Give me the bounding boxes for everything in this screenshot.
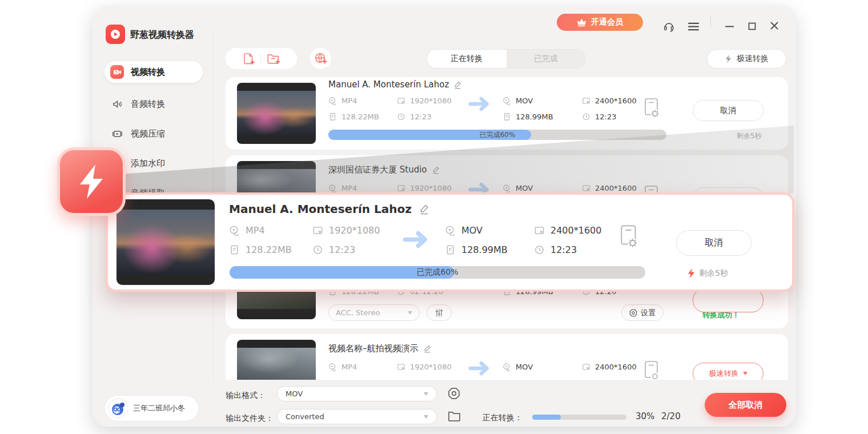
conversion-tabs: 正在转换 已完成 — [427, 49, 586, 69]
magnified-row-callout: Manuel A. Monteserín Lahoz MP4 1920*1080… — [106, 192, 794, 292]
open-folder-icon[interactable] — [448, 410, 461, 422]
media-format-icon — [229, 225, 240, 236]
equalizer-icon — [435, 308, 444, 318]
app-stage: 野葱视频转换器 视频转换 音频转换 — [0, 0, 868, 434]
output-settings-icon[interactable] — [644, 98, 659, 119]
time-remaining: 剩余5秒 — [687, 268, 728, 279]
dropdown-arrow-icon — [424, 392, 428, 396]
file-size-icon — [445, 244, 456, 255]
user-account[interactable]: 三年二班邱小冬 — [105, 395, 199, 421]
duration-icon — [534, 244, 545, 255]
media-format-icon — [328, 97, 337, 105]
add-files-group — [226, 48, 297, 69]
time-remaining: 剩余5秒 — [737, 131, 762, 141]
fast-convert-badge — [57, 147, 126, 216]
resolution-icon — [534, 225, 545, 236]
file-title: Manuel A. Monteserín Lahoz — [328, 79, 462, 90]
video-thumbnail — [237, 83, 316, 144]
arrow-right-icon — [468, 96, 492, 112]
play-logo-icon — [110, 29, 121, 40]
support-headset-icon[interactable] — [662, 20, 675, 33]
menu-icon[interactable] — [688, 22, 700, 31]
minimize-icon[interactable] — [725, 26, 734, 27]
progress-count: 2/20 — [661, 411, 681, 421]
dropdown-arrow-icon — [408, 311, 412, 315]
add-group-separator — [260, 54, 261, 63]
lightning-icon — [77, 163, 106, 200]
row-action-button[interactable] — [693, 288, 763, 312]
app-title: 野葱视频转换器 — [130, 29, 194, 41]
audio-format-select[interactable]: ACC, Stereo — [328, 304, 420, 321]
cancel-all-button[interactable]: 全部取消 — [705, 393, 786, 417]
duration-icon — [397, 112, 405, 121]
global-progress-bar — [532, 415, 626, 420]
app-logo — [106, 25, 125, 44]
dropdown-arrow-icon — [743, 372, 748, 375]
file-title: 深圳国信证券大厦 Studio — [328, 164, 440, 175]
output-folder-select[interactable]: Converted — [277, 409, 437, 424]
add-folder-button[interactable] — [267, 53, 280, 65]
avatar — [108, 398, 128, 419]
resolution-icon — [397, 97, 405, 105]
fast-convert-label: 极速转换 — [737, 54, 769, 64]
add-url-button[interactable] — [310, 48, 331, 69]
media-format-icon — [445, 225, 456, 236]
output-settings-icon[interactable] — [620, 224, 637, 250]
media-format-icon — [503, 184, 511, 192]
resolution-icon — [312, 225, 323, 236]
gear-icon — [629, 309, 637, 317]
close-icon[interactable] — [770, 21, 779, 30]
file-size-icon — [503, 112, 511, 121]
edit-icon[interactable] — [419, 203, 430, 215]
add-file-button[interactable] — [243, 53, 255, 65]
format-settings-gear-icon[interactable] — [448, 387, 460, 400]
edit-icon[interactable] — [423, 344, 432, 353]
lightning-icon — [687, 268, 696, 279]
fast-convert-button[interactable]: 极速转换 — [707, 49, 786, 69]
cancel-button[interactable]: 取消 — [693, 100, 763, 121]
row-progress-bar: 已完成60% — [328, 130, 666, 140]
membership-label: 开通会员 — [591, 17, 623, 27]
media-format-icon — [328, 184, 337, 192]
settings-button[interactable]: 设置 — [621, 304, 664, 321]
duration-icon — [582, 112, 590, 121]
crown-icon — [577, 18, 586, 27]
video-compress-icon — [110, 127, 124, 140]
converting-progress-label: 正在转换： — [483, 413, 523, 423]
user-name: 三年二班邱小冬 — [133, 403, 185, 413]
progress-label: 已完成60% — [230, 267, 645, 278]
arrow-right-icon — [468, 360, 492, 376]
sidebar-item-label: 音频转换 — [131, 99, 165, 110]
output-format-select[interactable]: MOV — [277, 386, 437, 401]
sidebar-item-label: 添加水印 — [131, 158, 165, 169]
titlebar-separator — [710, 16, 711, 29]
progress-label: 已完成60% — [328, 130, 666, 140]
sidebar-item-video-compress[interactable]: 视频压缩 — [105, 123, 203, 144]
media-format-icon — [503, 97, 511, 105]
edit-icon[interactable] — [432, 166, 440, 174]
cancel-button[interactable]: 取消 — [676, 230, 752, 256]
arrow-right-icon — [402, 230, 431, 249]
tab-converting[interactable]: 正在转换 — [427, 50, 507, 68]
audio-convert-icon — [110, 97, 124, 111]
sidebar-item-video-convert[interactable]: 视频转换 — [105, 61, 203, 83]
maximize-icon[interactable] — [748, 22, 756, 30]
media-format-icon — [503, 363, 511, 371]
membership-button[interactable]: 开通会员 — [557, 14, 643, 31]
file-title: Manuel A. Monteserín Lahoz — [229, 202, 430, 216]
sidebar-item-audio-convert[interactable]: 音频转换 — [105, 93, 203, 115]
duration-icon — [312, 244, 323, 255]
output-settings-icon[interactable] — [644, 360, 659, 382]
video-convert-icon — [110, 65, 124, 79]
resolution-icon — [582, 97, 590, 105]
edit-icon[interactable] — [453, 81, 462, 89]
equalizer-button[interactable] — [427, 304, 452, 321]
resolution-icon — [397, 363, 405, 371]
tab-completed[interactable]: 已完成 — [507, 50, 586, 68]
file-size-icon — [229, 244, 240, 255]
resolution-icon — [582, 363, 590, 371]
dropdown-arrow-icon — [424, 415, 428, 419]
resolution-icon — [397, 184, 405, 192]
output-folder-label: 输出文件夹： — [226, 413, 274, 424]
progress-percent: 30% — [636, 411, 654, 421]
